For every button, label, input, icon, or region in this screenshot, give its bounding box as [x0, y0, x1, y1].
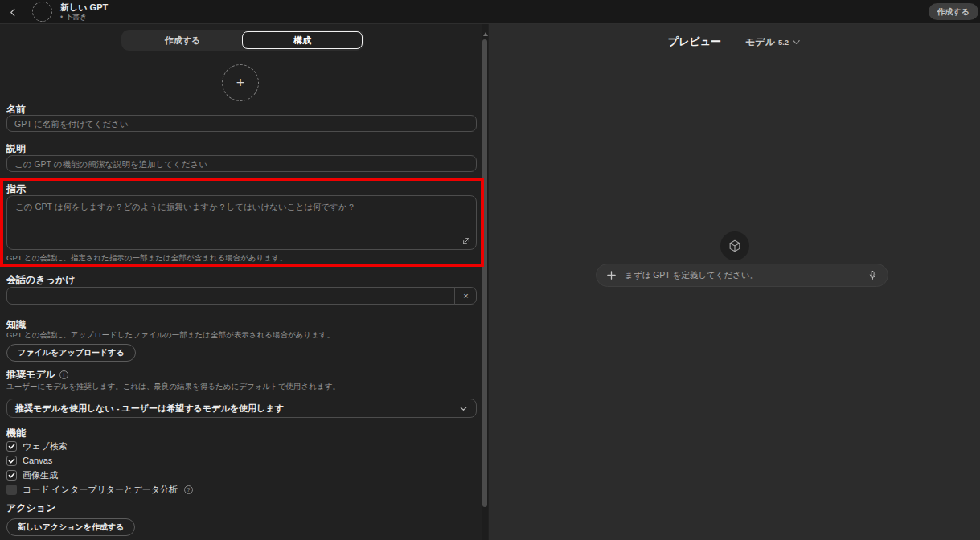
starters-label: 会話のきっかけ: [6, 273, 75, 287]
tab-create[interactable]: 作成する: [123, 31, 242, 49]
instructions-textarea[interactable]: [6, 195, 477, 250]
microphone-icon[interactable]: [867, 270, 878, 280]
instructions-helper: GPT との会話に、指定された指示の一部または全部が含まれる場合があります。: [6, 253, 287, 264]
actions-label: アクション: [6, 501, 55, 515]
create-gpt-button[interactable]: 作成する: [929, 3, 978, 20]
recommended-model-label: 推奨モデルi: [6, 368, 68, 382]
tab-configure[interactable]: 構成: [242, 31, 363, 49]
draft-status: •下書き: [60, 13, 108, 22]
preview-gpt-avatar: [720, 231, 749, 260]
capability-label: 画像生成: [23, 469, 58, 481]
capability-canvas[interactable]: Canvas: [6, 454, 52, 467]
chevron-down-icon: [459, 404, 468, 413]
expand-icon[interactable]: [462, 237, 470, 245]
scrollbar-up-arrow[interactable]: [483, 32, 488, 36]
capability-label: コード インタープリターとデータ分析: [23, 484, 178, 496]
preview-header: プレビュー モデル 5.2: [489, 34, 980, 50]
back-button[interactable]: [6, 6, 19, 18]
attach-plus-icon[interactable]: [606, 270, 617, 280]
checkbox-icon: [6, 485, 17, 495]
cube-icon: [728, 239, 742, 253]
configure-panel: 作成する 構成 + 名前 説明 指示 GPT との会話に、指定された指示の一部ま…: [0, 24, 489, 540]
chevron-left-icon: [9, 8, 18, 17]
remove-starter-button[interactable]: ×: [454, 287, 477, 305]
capability-web-search[interactable]: ウェブ検索: [6, 440, 68, 452]
preview-title: プレビュー: [668, 35, 721, 49]
chat-input-placeholder: まずは GPT を定義してください。: [625, 270, 859, 281]
page-title: 新しい GPT: [60, 2, 108, 13]
plus-icon: +: [236, 75, 245, 92]
checkbox-icon: [6, 456, 17, 466]
upload-files-button[interactable]: ファイルをアップロードする: [6, 344, 136, 362]
knowledge-helper: GPT との会話に、アップロードしたファイルの一部または全部が表示される場合があ…: [6, 330, 334, 341]
description-label: 説明: [6, 142, 26, 156]
recommended-model-text: 推奨モデル: [6, 369, 55, 380]
model-version: 5.2: [778, 38, 789, 47]
chevron-down-icon: [792, 38, 801, 47]
description-input[interactable]: [6, 155, 477, 172]
capability-label: Canvas: [23, 456, 52, 465]
title-block: 新しい GPT •下書き: [60, 2, 108, 22]
name-input[interactable]: [6, 115, 477, 132]
model-version-dropdown[interactable]: モデル 5.2: [745, 35, 801, 49]
checkbox-icon: [6, 470, 17, 481]
gpt-avatar-placeholder-small[interactable]: [32, 2, 52, 22]
gpt-editor-window: 新しい GPT •下書き 作成する 作成する 構成 + 名前 説明 指示 GPT…: [0, 0, 980, 540]
capability-label: ウェブ検索: [23, 440, 68, 452]
model-helper: ユーザーにモデルを推奨します。これは、最良の結果を得るためにデフォルトで使用され…: [6, 382, 340, 392]
model-selected-option: 推奨モデルを使用しない - ユーザーは希望するモデルを使用します: [15, 403, 459, 415]
capabilities-label: 機能: [6, 427, 26, 440]
conversation-starter-input[interactable]: [6, 287, 477, 305]
help-icon[interactable]: ?: [184, 485, 193, 494]
scrollbar-thumb[interactable]: [482, 39, 487, 507]
capability-code-interpreter[interactable]: コード インタープリターとデータ分析 ?: [6, 483, 193, 496]
checkbox-icon: [6, 441, 17, 452]
create-action-button[interactable]: 新しいアクションを作成する: [6, 518, 135, 536]
capability-image-generation[interactable]: 画像生成: [6, 468, 58, 481]
top-bar: 新しい GPT •下書き 作成する: [0, 0, 980, 24]
preview-chat-input[interactable]: まずは GPT を定義してください。: [596, 264, 888, 287]
info-icon[interactable]: i: [59, 370, 68, 379]
model-select[interactable]: 推奨モデルを使用しない - ユーザーは希望するモデルを使用します: [6, 399, 477, 418]
editor-tabs: 作成する 構成: [121, 30, 364, 51]
preview-panel: プレビュー モデル 5.2 まずは GPT を定義してください。: [489, 24, 980, 540]
instructions-field: [6, 195, 477, 250]
close-icon: ×: [463, 291, 468, 301]
status-dot: •: [60, 13, 63, 22]
status-label: 下書き: [65, 13, 87, 22]
gpt-avatar-upload[interactable]: +: [222, 64, 259, 101]
model-dropdown-label: モデル: [745, 35, 775, 49]
instructions-label: 指示: [6, 182, 26, 196]
